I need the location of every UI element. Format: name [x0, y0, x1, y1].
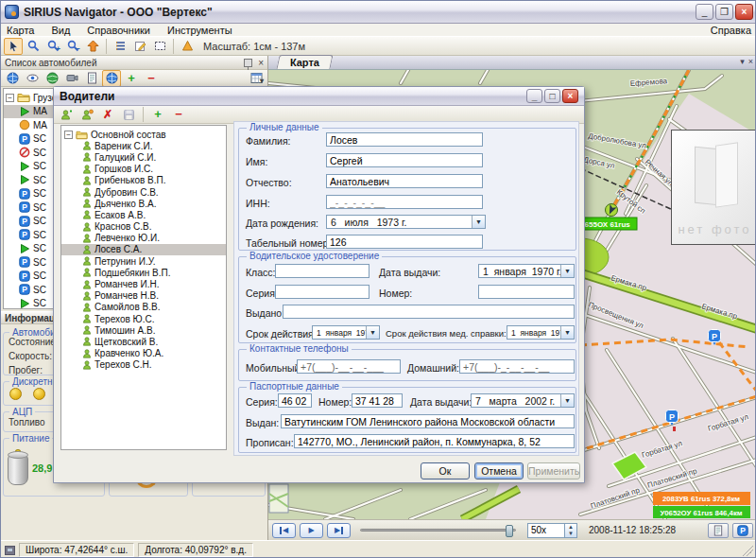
pin-icon[interactable] [244, 59, 252, 67]
slider-thumb[interactable] [506, 525, 513, 537]
apply-button[interactable]: Применить [527, 462, 580, 480]
follow-on-map-button[interactable] [102, 70, 121, 87]
track-button[interactable] [43, 70, 61, 87]
spinner-arrows[interactable]: ▲▼ [565, 523, 577, 538]
save-driver-button[interactable] [119, 106, 138, 123]
driver-item[interactable]: Щетковский В. [61, 336, 226, 347]
menu-item-tools[interactable]: Инструменты [167, 25, 232, 36]
tab-map[interactable]: Карта [276, 55, 333, 69]
patronymic-field[interactable] [326, 174, 483, 188]
remove-vehicle-button[interactable]: − [142, 70, 161, 87]
driver-item[interactable]: Терехов С.Н. [61, 359, 226, 371]
driver-item[interactable]: Дьяченко В.А. [61, 198, 226, 209]
parkings-button[interactable] [732, 523, 753, 538]
passport-issued-by-field[interactable] [281, 414, 575, 428]
home-button[interactable] [83, 38, 102, 55]
chevron-down-icon[interactable]: ▼ [560, 394, 574, 407]
menu-item-help[interactable]: Справка [711, 25, 751, 36]
tab-number-field[interactable] [326, 235, 483, 249]
menu-item-view[interactable]: Вид [51, 25, 70, 36]
columns-button[interactable]: ▾ [247, 70, 266, 87]
pan-tool-button[interactable] [4, 38, 23, 55]
passport-number-field[interactable] [352, 393, 403, 408]
show-all-button[interactable] [3, 70, 22, 87]
dialog-maximize-button[interactable]: □ [544, 89, 560, 103]
chevron-down-icon[interactable]: ▼ [560, 265, 574, 277]
zoom-tool-button[interactable] [24, 38, 43, 55]
select-area-button[interactable] [150, 38, 169, 55]
print-button[interactable] [708, 523, 729, 538]
dialog-minimize-button[interactable]: _ [526, 89, 542, 103]
delete-driver-button[interactable]: ✗ [98, 106, 117, 123]
driver-item[interactable]: Романчев И.Н. [61, 278, 226, 289]
driver-item[interactable]: Подшебякин В.П. [61, 267, 226, 278]
close-button[interactable]: × [735, 4, 753, 20]
dialog-close-button[interactable]: × [562, 89, 578, 103]
home-phone-field[interactable] [459, 359, 575, 374]
expander-icon[interactable]: − [6, 94, 14, 102]
resize-grip[interactable] [742, 545, 753, 556]
driver-item[interactable]: Галуцкий С.И. [61, 151, 226, 163]
license-number-field[interactable] [478, 285, 575, 299]
edit-driver-button[interactable] [77, 106, 96, 123]
report-button[interactable] [82, 70, 101, 87]
speed-spinner[interactable]: ▲▼ [527, 523, 577, 538]
driver-item[interactable]: Вареник С.И. [61, 140, 226, 151]
skip-start-button[interactable]: ◀ [272, 523, 296, 538]
ok-button[interactable]: Ок [421, 462, 470, 480]
cancel-button[interactable]: Отмена [474, 462, 524, 480]
license-issued-by-field[interactable] [283, 305, 575, 319]
driver-item[interactable]: Кравченко Ю.А. [61, 348, 226, 359]
timeline-slider[interactable] [360, 529, 516, 532]
zoom-out-button[interactable]: − [63, 38, 82, 55]
minimap-thumbnail[interactable] [269, 484, 288, 513]
driver-item[interactable]: Есаков А.В. [61, 209, 226, 220]
add-group-button[interactable]: + [148, 106, 167, 123]
restore-button[interactable]: ❐ [715, 4, 733, 20]
menu-item-directories[interactable]: Справочники [87, 25, 150, 36]
driver-item[interactable]: Тимошин А.В. [61, 324, 226, 336]
menu-item-map[interactable]: Карта [7, 25, 34, 36]
skip-end-button[interactable]: ▶ [327, 523, 351, 538]
camera-button[interactable] [62, 70, 81, 87]
minimize-button[interactable]: _ [696, 4, 713, 20]
license-class-field[interactable] [275, 264, 369, 278]
measure-button[interactable] [178, 38, 197, 55]
expander-icon[interactable]: − [64, 131, 73, 139]
driver-item[interactable]: Терехов Ю.С. [61, 313, 226, 324]
panel-close-icon[interactable]: × [258, 59, 264, 67]
registered-field[interactable] [294, 434, 575, 448]
passport-issue-combo[interactable]: 7 марта 2002 г.▼ [471, 393, 575, 408]
driver-item[interactable]: Левченко Ю.И. [61, 233, 226, 244]
birth-date-combo[interactable]: 6 июля 1973 г.▼ [326, 215, 486, 229]
map-panel-menu-icon[interactable]: ▾ [740, 57, 745, 66]
play-button[interactable]: ▶ [300, 523, 323, 538]
add-driver-button[interactable] [57, 106, 76, 123]
driver-item[interactable]: Горшков И.С. [61, 164, 226, 175]
mobile-field[interactable] [297, 359, 401, 374]
inn-field[interactable] [326, 195, 483, 209]
driver-item[interactable]: Петрунин И.У. [61, 255, 226, 267]
driver-item[interactable]: Романчев Н.В. [61, 290, 226, 302]
add-vehicle-button[interactable]: + [122, 70, 141, 87]
watch-button[interactable] [23, 70, 42, 87]
name-field[interactable] [326, 153, 483, 167]
driver-item[interactable]: Самойлов В.В. [61, 302, 226, 313]
license-issue-combo[interactable]: 1 января 1970 г.▼ [478, 264, 575, 278]
legend-button[interactable] [111, 38, 129, 55]
license-med-combo[interactable]: 1 января 1970 г.▼ [507, 325, 575, 340]
driver-item[interactable]: Лосев С.А. [61, 244, 226, 255]
drivers-tree-root[interactable]: − Основной состав [61, 129, 226, 140]
chevron-down-icon[interactable]: ▼ [560, 326, 574, 339]
zoom-in-button[interactable]: + [43, 38, 62, 55]
remove-group-button[interactable]: − [169, 106, 188, 123]
chevron-down-icon[interactable]: ▼ [472, 216, 485, 228]
speed-input[interactable] [527, 523, 565, 538]
passport-series-field[interactable] [278, 393, 312, 408]
driver-item[interactable]: Дубровин С.В. [61, 186, 226, 198]
driver-item[interactable]: Грибеньков В.П. [61, 175, 226, 186]
map-panel-close-icon[interactable]: × [748, 57, 753, 66]
license-series-field[interactable] [275, 285, 369, 299]
chevron-down-icon[interactable]: ▼ [366, 326, 379, 339]
driver-item[interactable]: Краснов С.В. [61, 221, 226, 233]
